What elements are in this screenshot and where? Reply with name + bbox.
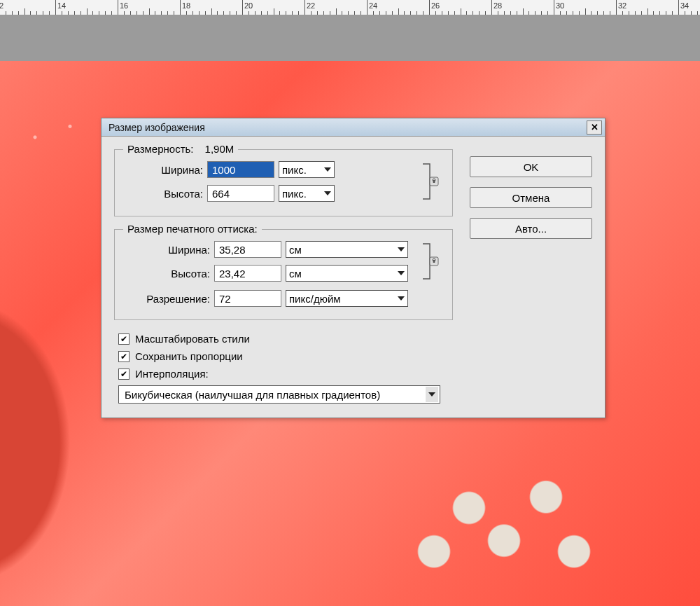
print-width-input[interactable] xyxy=(214,241,281,258)
pixel-height-input[interactable] xyxy=(207,185,274,202)
document-size-group: Размер печатного оттиска: Ширина: см xyxy=(114,229,453,320)
ruler-number: 22 xyxy=(307,1,315,10)
ruler-number: 26 xyxy=(431,1,440,10)
interpolation-method-select[interactable]: Бикубическая (наилучшая для плавных град… xyxy=(118,385,440,404)
print-height-input[interactable] xyxy=(214,265,281,282)
photoshop-viewport: 121416182022242628303234 Размер изображе… xyxy=(0,0,700,606)
print-height-unit-select[interactable]: см xyxy=(286,265,408,282)
pixel-width-input[interactable] xyxy=(207,161,274,178)
ruler-number: 16 xyxy=(120,1,128,10)
height-label: Высота: xyxy=(126,188,203,200)
scale-styles-checkbox[interactable]: ✔ xyxy=(118,333,130,345)
pixel-dimensions-legend: Размерность:1,90M xyxy=(123,143,238,155)
ruler-number: 18 xyxy=(182,1,190,10)
dropdown-caret-icon xyxy=(324,191,331,195)
horizontal-ruler: 121416182022242628303234 xyxy=(0,0,700,15)
print-width-label: Ширина: xyxy=(126,244,210,256)
interpolation-checkbox[interactable]: ✔ xyxy=(118,369,130,380)
constrain-proportions-checkbox[interactable]: ✔ xyxy=(118,351,130,362)
print-width-unit-select[interactable]: см xyxy=(286,241,408,258)
ok-button[interactable]: OK xyxy=(470,156,592,177)
dropdown-caret-icon xyxy=(428,392,435,397)
ruler-number: 30 xyxy=(556,1,564,10)
interpolation-label: Интерполяция: xyxy=(135,368,209,380)
ruler-number: 34 xyxy=(680,1,689,10)
pixel-width-unit-select[interactable]: пикс. xyxy=(279,161,335,178)
svg-rect-2 xyxy=(433,180,435,183)
scale-styles-label: Масштабировать стили xyxy=(135,333,250,345)
ruler-number: 28 xyxy=(493,1,502,10)
pixel-dimensions-group: Размерность:1,90M Ширина: пикс. xyxy=(114,149,453,216)
dropdown-caret-icon xyxy=(398,247,405,252)
constrain-proportions-label: Сохранить пропорции xyxy=(135,350,243,362)
resolution-input[interactable] xyxy=(214,290,281,307)
width-label: Ширина: xyxy=(126,164,203,176)
ruler-number: 14 xyxy=(57,1,66,10)
ruler-number: 32 xyxy=(618,1,626,10)
pixel-height-unit-select[interactable]: пикс. xyxy=(279,185,335,202)
ruler-number: 24 xyxy=(369,1,377,10)
dialog-titlebar[interactable]: Размер изображения ✕ xyxy=(102,118,605,137)
pixel-link-bracket xyxy=(420,160,441,203)
auto-button[interactable]: Авто... xyxy=(470,218,592,239)
workspace-gap xyxy=(0,15,700,61)
dropdown-caret-icon xyxy=(398,271,405,275)
resolution-unit-select[interactable]: пикс/дюйм xyxy=(286,290,408,307)
ruler-number: 20 xyxy=(244,1,253,10)
print-height-label: Высота: xyxy=(126,268,210,280)
document-size-legend: Размер печатного оттиска: xyxy=(123,223,262,235)
svg-rect-5 xyxy=(433,260,435,263)
ruler-number: 12 xyxy=(0,1,4,10)
dialog-title: Размер изображения xyxy=(108,122,205,133)
dropdown-caret-icon xyxy=(324,167,331,172)
close-icon: ✕ xyxy=(591,122,598,132)
dialog-close-button[interactable]: ✕ xyxy=(587,120,602,135)
print-link-bracket xyxy=(420,240,441,283)
resolution-label: Разрешение: xyxy=(126,293,210,305)
dropdown-caret-icon xyxy=(398,296,405,301)
image-size-dialog: Размер изображения ✕ Размерность:1,90M Ш… xyxy=(101,118,606,418)
cancel-button[interactable]: Отмена xyxy=(470,187,592,208)
